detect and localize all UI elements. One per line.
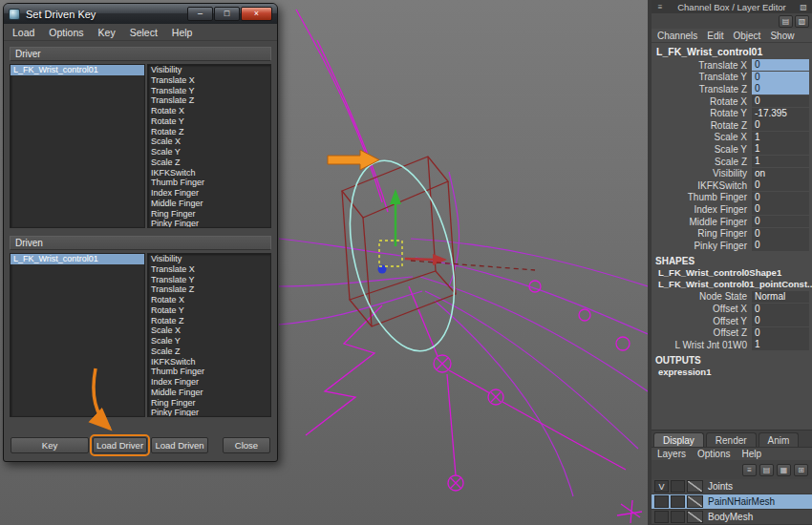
driven-attribute-item[interactable]: Thumb Finger xyxy=(148,367,270,377)
layer-row[interactable]: V Joints xyxy=(652,479,812,494)
channel-value-field[interactable]: Normal xyxy=(752,291,809,303)
dialog-menu-item[interactable]: Select xyxy=(130,27,158,38)
key-button[interactable]: Key xyxy=(11,437,89,453)
channel-box-menu-item[interactable]: Edit xyxy=(707,31,723,41)
channel-value-field[interactable]: 1 xyxy=(752,143,809,155)
driven-object-list[interactable]: L_FK_Wrist_control01 xyxy=(10,253,145,417)
panel-corner-icon[interactable]: ▧ xyxy=(798,2,809,12)
driver-attribute-item[interactable]: IKFKSwitch xyxy=(148,168,270,178)
channel-name[interactable]: Offset Z xyxy=(652,327,752,338)
channel-box-menu-item[interactable]: Object xyxy=(734,31,761,41)
driver-object-list[interactable]: L_FK_Wrist_control01 xyxy=(10,64,145,228)
driver-attribute-item[interactable]: Rotate Y xyxy=(148,116,270,127)
load-driver-button[interactable]: Load Driver xyxy=(93,437,147,453)
driven-section-header[interactable]: Driven xyxy=(10,236,271,250)
driven-attribute-item[interactable]: Translate Z xyxy=(148,284,270,295)
driver-attribute-item[interactable]: Rotate X xyxy=(148,106,270,116)
wireframe-skeleton[interactable] xyxy=(296,10,642,523)
wireframe-mesh[interactable] xyxy=(279,172,648,496)
close-button[interactable]: Close xyxy=(223,437,270,453)
layer-mode-box[interactable] xyxy=(671,495,685,508)
maximize-icon[interactable]: □ xyxy=(214,7,240,21)
minimize-icon[interactable]: – xyxy=(187,7,213,21)
channel-name[interactable]: Rotate Z xyxy=(652,120,752,131)
channel-tool-icon-a[interactable]: ▤ xyxy=(779,15,793,28)
driver-attribute-item[interactable]: Rotate Z xyxy=(148,127,270,137)
channel-value-field[interactable]: 1 xyxy=(752,156,809,167)
dialog-menu-item[interactable]: Options xyxy=(49,27,83,38)
driven-attribute-item[interactable]: Index Finger xyxy=(148,377,270,388)
driven-attribute-item[interactable]: Visibility xyxy=(148,254,270,264)
channel-name[interactable]: Index Finger xyxy=(652,204,752,215)
dock-icon[interactable]: ≡ xyxy=(654,2,666,12)
driven-object-item[interactable]: L_FK_Wrist_control01 xyxy=(11,254,144,264)
channel-name[interactable]: L Wrist Jnt 01W0 xyxy=(652,340,752,350)
driven-attribute-item[interactable]: Ring Finger xyxy=(148,398,270,409)
driver-attribute-list[interactable]: VisibilityTranslate XTranslate YTranslat… xyxy=(147,64,271,228)
close-icon[interactable]: × xyxy=(241,7,272,21)
layer-editor-menu-item[interactable]: Layers xyxy=(657,449,686,459)
layer-visibility-toggle[interactable] xyxy=(654,511,669,523)
driven-attribute-list[interactable]: VisibilityTranslate XTranslate YTranslat… xyxy=(147,253,271,417)
dialog-menu-item[interactable]: Load xyxy=(12,27,34,38)
channel-box-menu-item[interactable]: Channels xyxy=(657,31,697,41)
channel-name[interactable]: Scale Y xyxy=(652,144,752,155)
layer-toolbar-icon[interactable]: ▦ xyxy=(777,464,791,476)
driven-attribute-item[interactable]: Rotate Z xyxy=(148,316,270,326)
layer-row[interactable]: BodyMesh xyxy=(652,510,812,525)
layer-row[interactable]: PainNHairMesh xyxy=(652,494,812,510)
channel-value-field[interactable]: 1 xyxy=(752,339,809,350)
output-node-name[interactable]: expression1 xyxy=(652,367,812,379)
channel-tool-icon-b[interactable]: ▧ xyxy=(795,15,809,28)
layer-visibility-toggle[interactable] xyxy=(654,495,669,508)
driven-attribute-item[interactable]: Translate X xyxy=(148,264,270,275)
driven-attribute-item[interactable]: Rotate X xyxy=(148,295,270,305)
channel-name[interactable]: Translate Y xyxy=(652,72,752,82)
layer-editor-tab[interactable]: Display xyxy=(653,432,704,447)
layer-editor-menu-item[interactable]: Help xyxy=(741,449,761,459)
channel-name[interactable]: Thumb Finger xyxy=(652,192,752,202)
dialog-menu-item[interactable]: Key xyxy=(98,27,116,38)
driver-attribute-item[interactable]: Translate X xyxy=(148,75,270,86)
driver-object-item[interactable]: L_FK_Wrist_control01 xyxy=(11,65,144,75)
channel-name[interactable]: Translate X xyxy=(652,60,752,71)
shape-node-name[interactable]: L_FK_Wrist_control0Shape1 xyxy=(652,267,812,280)
driver-attribute-item[interactable]: Pinky Finger xyxy=(148,219,270,228)
layer-toolbar-icon[interactable]: ⊞ xyxy=(794,464,808,476)
driver-attribute-item[interactable]: Index Finger xyxy=(148,188,270,199)
channel-value-field[interactable]: 0 xyxy=(752,216,809,227)
channel-name[interactable]: Rotate X xyxy=(652,96,752,107)
driver-section-header[interactable]: Driver xyxy=(10,47,271,61)
channel-value-field[interactable]: -17.395 xyxy=(752,108,809,119)
channel-object-name[interactable]: L_FK_Wrist_control01 xyxy=(652,45,812,59)
shape-node-name[interactable]: L_FK_Wrist_control01_pointConst... xyxy=(652,279,812,291)
channel-name[interactable]: Offset Y xyxy=(652,316,752,326)
channel-value-field[interactable]: 0 xyxy=(752,327,809,339)
channel-value-field[interactable]: 0 xyxy=(752,83,809,94)
driven-attribute-item[interactable]: Middle Finger xyxy=(148,388,270,398)
channel-value-field[interactable]: 0 xyxy=(752,315,809,326)
layer-mode-box[interactable] xyxy=(671,511,685,523)
layer-mode-box[interactable] xyxy=(671,480,685,493)
channel-name[interactable]: Translate Z xyxy=(652,84,752,94)
channel-name[interactable]: Rotate Y xyxy=(652,108,752,118)
driven-attribute-item[interactable]: Scale Y xyxy=(148,336,270,346)
channel-value-field[interactable]: 0 xyxy=(752,95,809,107)
manip-y-arrowhead[interactable] xyxy=(390,189,401,204)
driven-attribute-item[interactable]: Rotate Y xyxy=(148,305,270,316)
channel-value-field[interactable]: 0 xyxy=(752,179,809,191)
manip-x-axis[interactable] xyxy=(405,259,435,260)
channel-value-field[interactable]: 0 xyxy=(752,72,809,83)
channel-name[interactable]: Pinky Finger xyxy=(652,241,752,251)
layer-toolbar-icon[interactable]: ≡ xyxy=(742,464,757,476)
channel-value-field[interactable]: 0 xyxy=(752,59,809,71)
layer-editor-menu-item[interactable]: Options xyxy=(697,449,730,459)
channel-value-field[interactable]: 0 xyxy=(752,192,809,203)
layer-editor-tab[interactable]: Anim xyxy=(759,432,800,447)
dialog-titlebar[interactable]: Set Driven Key – □ × xyxy=(4,4,277,24)
driven-attribute-item[interactable]: Scale X xyxy=(148,326,270,336)
channel-value-field[interactable]: on xyxy=(752,168,809,179)
channel-value-field[interactable]: 0 xyxy=(752,228,809,240)
channel-name[interactable]: Node State xyxy=(652,291,752,302)
channel-name[interactable]: Visibility xyxy=(652,168,752,178)
